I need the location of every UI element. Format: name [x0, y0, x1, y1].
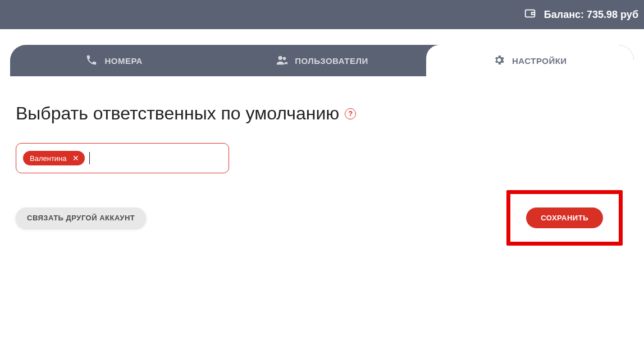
- tabs-container: НОМЕРА ПОЛЬЗОВАТЕЛИ НАСТРОЙКИ: [0, 45, 644, 76]
- link-other-account-button[interactable]: СВЯЗАТЬ ДРУГОЙ АККАУНТ: [16, 207, 146, 228]
- responsibles-input[interactable]: Валентина ✕: [16, 143, 229, 173]
- tab-label: НАСТРОЙКИ: [512, 56, 567, 66]
- svg-point-2: [278, 56, 282, 59]
- tab-label: ПОЛЬЗОВАТЕЛИ: [295, 56, 368, 66]
- save-highlight-box: СОХРАНИТЬ: [506, 190, 623, 246]
- page-title-row: Выбрать ответственных по умолчанию ?: [16, 103, 628, 124]
- svg-rect-1: [532, 12, 535, 15]
- save-button[interactable]: СОХРАНИТЬ: [526, 207, 603, 228]
- help-icon[interactable]: ?: [345, 108, 356, 119]
- close-icon[interactable]: ✕: [71, 154, 80, 163]
- buttons-row: СВЯЗАТЬ ДРУГОЙ АККАУНТ СОХРАНИТЬ: [16, 190, 628, 246]
- tab-label: НОМЕРА: [104, 56, 143, 66]
- content-area: Выбрать ответственных по умолчанию ? Вал…: [0, 76, 644, 246]
- tab-users[interactable]: ПОЛЬЗОВАТЕЛИ: [218, 45, 426, 76]
- phone-icon: [85, 54, 98, 68]
- tabs: НОМЕРА ПОЛЬЗОВАТЕЛИ НАСТРОЙКИ: [10, 45, 634, 76]
- responsible-tag: Валентина ✕: [23, 151, 85, 165]
- page-title: Выбрать ответственных по умолчанию: [16, 103, 339, 124]
- tab-settings[interactable]: НАСТРОЙКИ: [426, 45, 634, 76]
- tag-label: Валентина: [30, 154, 67, 163]
- wallet-icon: [524, 7, 544, 22]
- tab-numbers[interactable]: НОМЕРА: [10, 45, 218, 76]
- top-bar: Баланс: 735.98 руб: [0, 0, 644, 29]
- text-cursor: [89, 152, 90, 164]
- gear-icon: [493, 54, 505, 68]
- svg-point-3: [283, 57, 286, 60]
- balance-text: Баланс: 735.98 руб: [544, 9, 638, 21]
- users-icon: [276, 54, 288, 68]
